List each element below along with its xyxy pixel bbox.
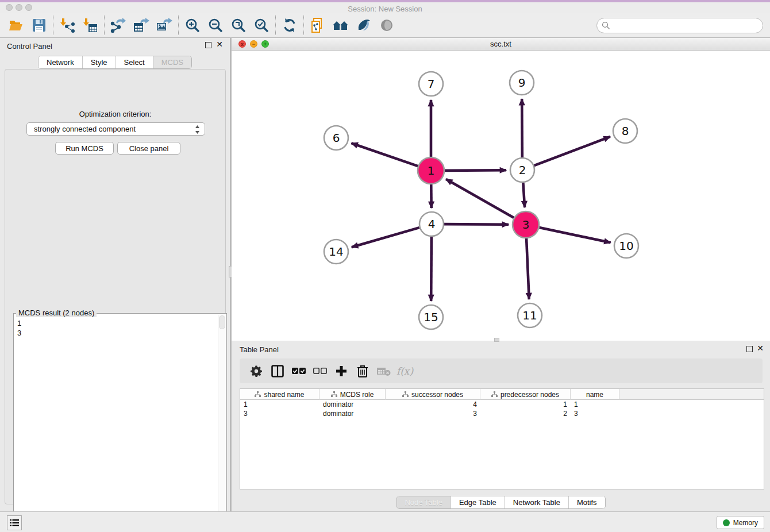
scrollbar-thumb[interactable] bbox=[219, 315, 225, 329]
zoom-selected-button[interactable] bbox=[250, 14, 273, 36]
column-header-shared-name[interactable]: shared name bbox=[240, 389, 319, 400]
memory-button[interactable]: Memory bbox=[717, 516, 764, 529]
search-input[interactable] bbox=[596, 18, 763, 33]
edge-4-3[interactable] bbox=[444, 224, 509, 225]
show-columns-button[interactable] bbox=[267, 361, 288, 381]
edge-2-8[interactable] bbox=[534, 137, 610, 165]
network-canvas[interactable]: 7968124314101511 bbox=[232, 51, 770, 341]
column-header-MCDS-role[interactable]: MCDS role bbox=[319, 389, 386, 400]
edge-3-10[interactable] bbox=[539, 228, 610, 242]
edge-1-6[interactable] bbox=[351, 143, 418, 166]
export-table-icon bbox=[133, 18, 149, 33]
import-table-button[interactable] bbox=[79, 14, 102, 36]
sort-hierarchy-icon bbox=[491, 391, 498, 398]
table-cell[interactable]: dominator bbox=[319, 409, 386, 418]
zoom-fit-button[interactable] bbox=[227, 14, 250, 36]
delete-table-icon bbox=[377, 366, 391, 376]
node-9[interactable]: 9 bbox=[510, 71, 534, 95]
tab-motifs[interactable]: Motifs bbox=[568, 496, 605, 508]
tab-edge-table[interactable]: Edge Table bbox=[451, 496, 505, 508]
export-image-button[interactable] bbox=[153, 14, 176, 36]
node-label: 2 bbox=[519, 163, 526, 177]
float-panel-icon[interactable] bbox=[205, 42, 211, 48]
duplicate-network-button[interactable] bbox=[306, 14, 329, 36]
edge-4-14[interactable] bbox=[352, 228, 419, 247]
table-header-filler bbox=[619, 389, 764, 399]
close-panel-icon[interactable]: ✕ bbox=[757, 345, 764, 352]
table-cell[interactable]: 3 bbox=[571, 409, 619, 418]
scrollbar[interactable] bbox=[218, 315, 225, 532]
column-label: MCDS role bbox=[340, 391, 374, 399]
close-panel-icon[interactable]: ✕ bbox=[216, 41, 223, 48]
open-file-button[interactable] bbox=[5, 14, 28, 36]
export-table-button[interactable] bbox=[130, 14, 153, 36]
table-row[interactable]: 1dominator411 bbox=[240, 400, 764, 409]
table-cell[interactable]: dominator bbox=[319, 400, 386, 409]
edge-2-3[interactable] bbox=[523, 183, 525, 207]
deselect-all-button[interactable] bbox=[309, 361, 330, 381]
add-column-button[interactable] bbox=[330, 361, 352, 381]
splitter-grip[interactable] bbox=[494, 338, 499, 342]
eye-button[interactable] bbox=[375, 14, 398, 36]
table-cell[interactable]: 3 bbox=[240, 409, 319, 418]
tab-select[interactable]: Select bbox=[116, 56, 153, 68]
close-panel-button[interactable]: Close panel bbox=[117, 142, 180, 155]
zoom-in-button[interactable] bbox=[181, 14, 204, 36]
node-11[interactable]: 11 bbox=[518, 303, 542, 327]
function-builder-button[interactable]: f(x) bbox=[394, 361, 415, 381]
home-button[interactable] bbox=[329, 14, 352, 36]
table-cell[interactable]: 4 bbox=[386, 400, 480, 409]
tab-node-table[interactable]: Node Table bbox=[396, 496, 451, 508]
delete-column-button[interactable] bbox=[352, 361, 373, 381]
node-14[interactable]: 14 bbox=[324, 240, 348, 264]
paint-button[interactable] bbox=[352, 14, 375, 36]
table-cell[interactable]: 2 bbox=[480, 409, 571, 418]
mcds-result-text[interactable]: 1 3 bbox=[17, 318, 21, 338]
node-8[interactable]: 8 bbox=[613, 119, 637, 143]
column-header-name[interactable]: name bbox=[571, 389, 619, 400]
table-panel-tabs: Node TableEdge TableNetwork TableMotifs bbox=[396, 496, 605, 509]
node-6[interactable]: 6 bbox=[324, 126, 348, 150]
select-all-icon bbox=[292, 368, 306, 375]
edge-2-9[interactable] bbox=[522, 99, 522, 157]
edge-3-11[interactable] bbox=[526, 238, 529, 299]
table-row[interactable]: 3dominator323 bbox=[240, 409, 764, 418]
delete-table-button[interactable] bbox=[373, 361, 394, 381]
column-header-predecessor-nodes[interactable]: predecessor nodes bbox=[480, 389, 571, 400]
network-graph[interactable]: 7968124314101511 bbox=[232, 51, 770, 341]
float-panel-icon[interactable] bbox=[746, 346, 753, 352]
select-all-button[interactable] bbox=[288, 361, 309, 381]
zoom-out-button[interactable] bbox=[204, 14, 227, 36]
table-cell[interactable]: 3 bbox=[386, 409, 480, 418]
edge-3-1[interactable] bbox=[446, 179, 514, 218]
criterion-dropdown[interactable]: strongly connected component bbox=[26, 122, 205, 136]
edge-1-2[interactable] bbox=[445, 170, 506, 171]
run-mcds-button[interactable]: Run MCDS bbox=[55, 142, 114, 155]
node-7[interactable]: 7 bbox=[419, 72, 443, 96]
table-settings-button[interactable] bbox=[245, 361, 267, 381]
edge-4-15[interactable] bbox=[431, 237, 432, 301]
refresh-button[interactable] bbox=[278, 14, 301, 36]
import-network-button[interactable] bbox=[56, 14, 79, 36]
table-cell[interactable]: 1 bbox=[571, 400, 619, 409]
node-10[interactable]: 10 bbox=[614, 234, 638, 258]
export-network-button[interactable] bbox=[107, 14, 130, 36]
node-4[interactable]: 4 bbox=[419, 212, 444, 236]
tab-style[interactable]: Style bbox=[82, 56, 116, 68]
mcds-result-box: MCDS result (2 nodes) 1 3 bbox=[13, 313, 227, 532]
table-cell[interactable]: 1 bbox=[240, 400, 319, 409]
node-15[interactable]: 15 bbox=[419, 305, 443, 329]
tab-mcds[interactable]: MCDS bbox=[153, 56, 191, 68]
table-cell[interactable]: 1 bbox=[480, 400, 571, 409]
export-image-icon bbox=[156, 18, 172, 33]
gear-icon bbox=[251, 365, 262, 377]
criterion-dropdown-value: strongly connected component bbox=[34, 125, 136, 133]
tab-network-table[interactable]: Network Table bbox=[505, 496, 568, 508]
node-1[interactable]: 1 bbox=[418, 157, 444, 184]
node-2[interactable]: 2 bbox=[510, 158, 534, 182]
column-header-successor-nodes[interactable]: successor nodes bbox=[386, 389, 480, 400]
task-history-button[interactable] bbox=[7, 515, 22, 530]
node-3[interactable]: 3 bbox=[513, 211, 539, 238]
tab-network[interactable]: Network bbox=[38, 56, 82, 68]
save-session-button[interactable] bbox=[28, 14, 51, 36]
